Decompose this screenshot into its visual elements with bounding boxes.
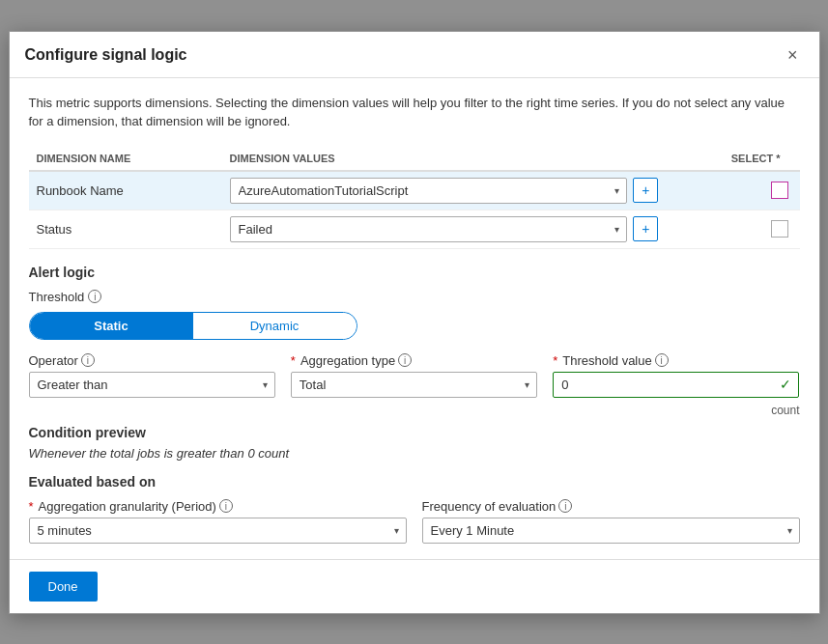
threshold-value-input[interactable] [553, 372, 799, 398]
frequency-group: Frequency of evaluation i Every 1 Minute… [422, 499, 800, 544]
row2-dropdown-cell: Failed ▾ + [230, 216, 659, 242]
threshold-value-group: * Threshold value i ✓ count [553, 353, 799, 417]
threshold-check-icon: ✓ [780, 377, 791, 392]
col-header-select: SELECT * [666, 147, 799, 171]
aggregation-label-text: Aggregation type [300, 353, 395, 368]
modal-footer: Done [10, 559, 819, 613]
runbook-checkbox[interactable] [771, 182, 788, 199]
threshold-required-star: * [553, 353, 557, 368]
frequency-select-wrapper[interactable]: Every 1 Minute Every 5 Minutes Every 15 … [422, 518, 800, 544]
threshold-unit: count [553, 404, 799, 417]
granularity-select-wrapper[interactable]: 5 minutes 1 minute 15 minutes 30 minutes… [29, 518, 407, 544]
granularity-group: * Aggregation granularity (Period) i 5 m… [29, 499, 407, 544]
aggregation-select[interactable]: Total Average Minimum Maximum Count [291, 372, 537, 398]
threshold-value-label-text: Threshold value [562, 353, 652, 368]
threshold-value-info-icon: i [655, 353, 669, 367]
modal-title: Configure signal logic [25, 46, 187, 64]
modal-overlay: Configure signal logic × This metric sup… [0, 0, 828, 644]
close-button[interactable]: × [782, 43, 804, 68]
granularity-label: * Aggregation granularity (Period) i [29, 499, 407, 514]
table-row: Runbook Name AzureAutomationTutorialScri… [29, 171, 800, 210]
frequency-info-icon: i [558, 499, 572, 513]
threshold-value-label: * Threshold value i [553, 353, 799, 368]
row2-values: Failed ▾ + [222, 210, 667, 248]
condition-preview-section: Condition preview Whenever the total job… [29, 425, 800, 461]
evaluated-label: Evaluated based on [29, 474, 800, 490]
evaluated-section: Evaluated based on * Aggregation granula… [29, 474, 800, 544]
aggregation-label: * Aggregation type i [291, 353, 537, 368]
operator-group: Operator i Greater than Less than Greate… [29, 353, 275, 398]
threshold-input-wrapper: ✓ [553, 372, 799, 398]
aggregation-group: * Aggregation type i Total Average Minim… [291, 353, 537, 398]
row1-select-wrapper[interactable]: AzureAutomationTutorialScript ▾ [230, 178, 628, 204]
info-text: This metric supports dimensions. Selecti… [29, 94, 800, 131]
row1-dropdown-cell: AzureAutomationTutorialScript ▾ + [230, 178, 659, 204]
status-checkbox[interactable] [771, 220, 788, 238]
frequency-select[interactable]: Every 1 Minute Every 5 Minutes Every 15 … [422, 518, 800, 544]
status-select[interactable]: Failed [230, 216, 628, 242]
operator-select-wrapper[interactable]: Greater than Less than Greater than or e… [29, 372, 275, 398]
dynamic-toggle[interactable]: Dynamic [193, 313, 357, 339]
aggregation-select-wrapper[interactable]: Total Average Minimum Maximum Count ▾ [291, 372, 537, 398]
modal-header: Configure signal logic × [10, 32, 819, 78]
aggregation-required-star: * [291, 353, 296, 368]
threshold-info-icon: i [88, 290, 101, 303]
evaluated-form-row: * Aggregation granularity (Period) i 5 m… [29, 499, 800, 544]
operator-label-text: Operator [29, 353, 78, 368]
runbook-add-button[interactable]: + [633, 178, 658, 203]
granularity-required-star: * [29, 499, 34, 514]
col-header-values: DIMENSION VALUES [222, 147, 667, 171]
condition-preview-label: Condition preview [29, 425, 800, 440]
row1-select-cell [666, 171, 799, 210]
threshold-label-row: Threshold i [29, 290, 800, 304]
table-row: Status Failed ▾ + [29, 210, 800, 248]
alert-form-row: Operator i Greater than Less than Greate… [29, 353, 800, 417]
row2-select-cell [666, 210, 799, 248]
static-toggle[interactable]: Static [30, 313, 193, 339]
operator-select[interactable]: Greater than Less than Greater than or e… [29, 372, 275, 398]
done-button[interactable]: Done [29, 572, 98, 602]
status-add-button[interactable]: + [633, 216, 658, 241]
frequency-label-text: Frequency of evaluation [422, 499, 557, 514]
col-header-name: DIMENSION NAME [29, 147, 222, 171]
modal: Configure signal logic × This metric sup… [9, 31, 820, 614]
runbook-name-select[interactable]: AzureAutomationTutorialScript [230, 178, 628, 204]
row1-name: Runbook Name [29, 171, 222, 210]
row1-values: AzureAutomationTutorialScript ▾ + [222, 171, 667, 210]
threshold-toggle: Static Dynamic [29, 312, 357, 340]
operator-info-icon: i [81, 353, 95, 367]
row2-name: Status [29, 210, 222, 248]
alert-logic-section: Alert logic Threshold i Static Dynamic O… [29, 265, 800, 417]
dimensions-table: DIMENSION NAME DIMENSION VALUES SELECT *… [29, 147, 800, 249]
row2-select-wrapper[interactable]: Failed ▾ [230, 216, 628, 242]
operator-label: Operator i [29, 353, 275, 368]
alert-logic-title: Alert logic [29, 265, 800, 280]
modal-body: This metric supports dimensions. Selecti… [10, 78, 819, 559]
granularity-label-text: Aggregation granularity (Period) [39, 499, 216, 514]
threshold-text: Threshold [29, 290, 85, 304]
frequency-label: Frequency of evaluation i [422, 499, 800, 514]
aggregation-info-icon: i [398, 353, 412, 367]
granularity-select[interactable]: 5 minutes 1 minute 15 minutes 30 minutes… [29, 518, 407, 544]
granularity-info-icon: i [219, 499, 233, 513]
condition-preview-text: Whenever the total jobs is greater than … [29, 446, 800, 461]
